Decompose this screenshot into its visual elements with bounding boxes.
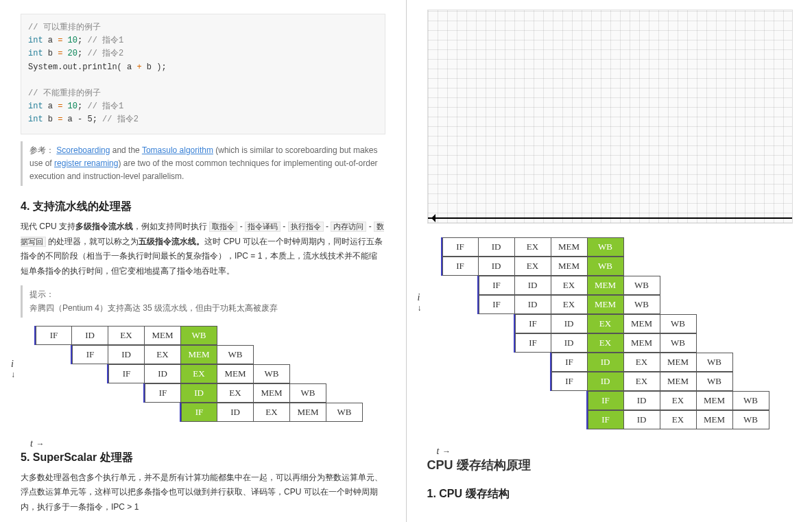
pipeline-cell-wb: WB bbox=[588, 237, 624, 257]
pipeline-cell-if: IF bbox=[479, 295, 515, 314]
pipeline-row: IFIDEXMEMWB bbox=[477, 276, 792, 295]
pipeline-row: IFIDEXMEMWB bbox=[441, 257, 792, 276]
pipeline-cell-mem: MEM bbox=[254, 383, 290, 403]
pipeline-cell-id: ID bbox=[588, 353, 624, 372]
pipeline-cell-mem: MEM bbox=[551, 237, 588, 257]
pipeline-cell-wb: WB bbox=[290, 383, 326, 403]
pipeline-cell-id: ID bbox=[515, 276, 551, 295]
pipeline-cell-wb: WB bbox=[697, 353, 733, 372]
pipeline-cell-if: IF bbox=[515, 314, 551, 333]
code-comment: // 不能重排的例子 bbox=[28, 88, 101, 98]
pipeline-row: IFIDEXMEMWB bbox=[441, 237, 792, 257]
stage-chip: 内存访问 bbox=[331, 222, 366, 232]
pipeline-cell-wb: WB bbox=[660, 314, 697, 333]
axis-t: t bbox=[30, 438, 44, 449]
pipeline-cell-mem: MEM bbox=[588, 295, 624, 314]
section-4-title: 4. 支持流水线的处理器 bbox=[21, 200, 385, 214]
reference-quote: 参考： Scoreboarding and the Tomasulo algor… bbox=[21, 141, 385, 187]
pipeline-cell-ex: EX bbox=[551, 295, 588, 314]
stage-chip: 指令译码 bbox=[245, 222, 280, 232]
pipeline-cell-if: IF bbox=[551, 353, 588, 372]
pipeline-cell-id: ID bbox=[479, 237, 515, 257]
pipeline-cell-if: IF bbox=[108, 364, 145, 383]
code-comment: // 可以重排的例子 bbox=[28, 23, 101, 32]
pipeline-cell-wb: WB bbox=[733, 391, 769, 410]
pipeline-cell-if: IF bbox=[588, 391, 624, 410]
pipeline-cell-mem: MEM bbox=[624, 333, 660, 353]
pipeline-cell-ex: EX bbox=[624, 353, 660, 372]
pipeline-cell-ex: EX bbox=[588, 314, 624, 333]
tip-label: 提示： bbox=[29, 288, 379, 301]
pipeline-cell-ex: EX bbox=[145, 345, 181, 364]
pipeline-cell-mem: MEM bbox=[290, 403, 326, 422]
pipeline-cell-if: IF bbox=[515, 333, 551, 353]
pipeline-cell-mem: MEM bbox=[660, 372, 697, 391]
axis-t: t bbox=[437, 446, 451, 457]
pipeline-cell-mem: MEM bbox=[588, 276, 624, 295]
pipeline-cell-id: ID bbox=[624, 410, 660, 429]
pipeline-cell-ex: EX bbox=[515, 257, 551, 276]
pipeline-cell-if: IF bbox=[588, 410, 624, 429]
pipeline-cell-wb: WB bbox=[624, 295, 660, 314]
pipeline-cell-mem: MEM bbox=[145, 326, 181, 345]
pipeline-cell-mem: MEM bbox=[660, 353, 697, 372]
pipeline-row: IFIDEXMEMWB bbox=[34, 326, 385, 345]
pipeline-cell-if: IF bbox=[145, 383, 181, 403]
pipeline-cell-wb: WB bbox=[588, 257, 624, 276]
assembly-line-illustration bbox=[427, 10, 793, 224]
pipeline-cell-id: ID bbox=[515, 295, 551, 314]
pipeline-cell-wb: WB bbox=[660, 333, 697, 353]
link-register-renaming[interactable]: register renaming bbox=[54, 158, 118, 168]
pipeline-cell-ex: EX bbox=[588, 333, 624, 353]
pipeline-cell-ex: EX bbox=[108, 326, 145, 345]
pipeline-cell-id: ID bbox=[217, 403, 254, 422]
pipeline-cell-wb: WB bbox=[254, 364, 290, 383]
pipeline-row: IFIDEXMEMWB bbox=[143, 383, 385, 403]
pipeline-row: IFIDEXMEMWB bbox=[71, 345, 385, 364]
pipeline-row: IFIDEXMEMWB bbox=[586, 410, 792, 429]
pipeline-cell-ex: EX bbox=[254, 403, 290, 422]
link-tomasulo[interactable]: Tomasulo algorithm bbox=[142, 145, 213, 155]
pipeline-cell-if: IF bbox=[181, 403, 217, 422]
pipeline-cell-id: ID bbox=[181, 383, 217, 403]
pipeline-row: IFIDEXMEMWB bbox=[514, 333, 792, 353]
ref-prefix: 参考： bbox=[29, 145, 54, 155]
pipeline-row: IFIDEXMEMWB bbox=[550, 372, 792, 391]
pipeline-cell-if: IF bbox=[479, 276, 515, 295]
cpu-cache-heading: CPU 缓存结构原理 bbox=[427, 457, 792, 473]
pipeline-cell-ex: EX bbox=[660, 391, 697, 410]
axis-i: i bbox=[11, 359, 15, 380]
pipeline-cell-wb: WB bbox=[697, 372, 733, 391]
code-block-reorder: // 可以重排的例子 int a = 10; // 指令1 int b = 20… bbox=[21, 14, 385, 134]
timeline-arrow-icon bbox=[428, 217, 793, 219]
left-column: // 可以重排的例子 int a = 10; // 指令1 int b = 20… bbox=[0, 0, 406, 522]
pipeline-cell-wb: WB bbox=[624, 276, 660, 295]
pipeline-row: IFIDEXMEMWB bbox=[514, 314, 792, 333]
tip-body: 奔腾四（Pentium 4）支持高达 35 级流水线，但由于功耗太高被废弃 bbox=[29, 302, 379, 315]
pipeline-cell-ex: EX bbox=[181, 364, 217, 383]
right-column: i t IFIDEXMEMWBIFIDEXMEMWBIFIDEXMEMWBIFI… bbox=[407, 0, 813, 522]
pipeline-cell-wb: WB bbox=[217, 345, 254, 364]
pipeline-diagram-5stage: i t IFIDEXMEMWBIFIDEXMEMWBIFIDEXMEMWBIFI… bbox=[21, 326, 385, 437]
pipeline-row: IFIDEXMEMWB bbox=[180, 403, 385, 422]
stage-chip: 取指令 bbox=[209, 222, 237, 232]
pipeline-cell-ex: EX bbox=[515, 237, 551, 257]
stage-chip: 执行指令 bbox=[288, 222, 324, 232]
pipeline-row: IFIDEXMEMWB bbox=[477, 295, 792, 314]
pipeline-cell-id: ID bbox=[588, 372, 624, 391]
pipeline-cell-mem: MEM bbox=[697, 410, 733, 429]
pipeline-cell-ex: EX bbox=[624, 372, 660, 391]
pipeline-cell-mem: MEM bbox=[697, 391, 733, 410]
pipeline-cell-id: ID bbox=[551, 314, 588, 333]
axis-i: i bbox=[418, 292, 422, 313]
pipeline-cell-id: ID bbox=[624, 391, 660, 410]
pipeline-cell-if: IF bbox=[442, 237, 479, 257]
pipeline-cell-if: IF bbox=[442, 257, 479, 276]
pipeline-cell-if: IF bbox=[36, 326, 72, 345]
pipeline-cell-mem: MEM bbox=[551, 257, 588, 276]
link-scoreboarding[interactable]: Scoreboarding bbox=[56, 145, 110, 155]
pipeline-row: IFIDEXMEMWB bbox=[107, 364, 385, 383]
pipeline-cell-ex: EX bbox=[551, 276, 588, 295]
pipeline-cell-id: ID bbox=[72, 326, 108, 345]
pipeline-cell-wb: WB bbox=[733, 410, 769, 429]
